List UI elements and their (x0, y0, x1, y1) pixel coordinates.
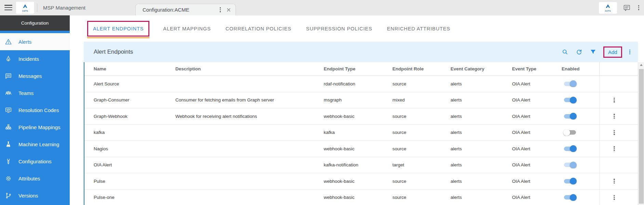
enabled-toggle[interactable] (564, 178, 576, 184)
sidebar-item-resolution-codes[interactable]: Resolution Codes (0, 101, 70, 119)
toolbar-more-options-icon[interactable] (629, 49, 631, 55)
cell-event-category: alerts (451, 195, 512, 200)
vertical-scrollbar[interactable] (638, 62, 644, 205)
main-tab-suppression-policies[interactable]: SUPPRESSION POLICIES (305, 21, 373, 37)
more-options-icon[interactable] (637, 4, 641, 12)
table-body: Alert Source rdaf-notification source al… (84, 76, 638, 205)
cell-endpoint-role: source (392, 179, 451, 184)
column-header-event-type: Event Type (512, 66, 562, 71)
resolution-codes-icon (5, 107, 12, 114)
enabled-toggle[interactable] (564, 97, 576, 104)
incidents-icon (5, 55, 12, 63)
cell-name: Pulse (94, 179, 175, 184)
cell-actions (599, 108, 638, 124)
cell-actions (599, 125, 638, 141)
sidebar-item-attributes[interactable]: Attributes (0, 170, 70, 187)
column-header-actions (599, 62, 638, 76)
sidebar-item-label: Configurations (18, 159, 52, 164)
cell-actions (599, 92, 638, 108)
tab-configuration-acme[interactable]: Configuration:ACME (135, 4, 236, 15)
table-row-oia-alert: OIA Alert kafka-notification target aler… (84, 157, 638, 174)
main-tab-enriched-attributes[interactable]: ENRICHED ATTRIBUTES (386, 21, 451, 37)
cell-enabled (562, 194, 599, 201)
sidebar-item-machine-learning[interactable]: Machine Learning (0, 136, 70, 153)
cell-endpoint-role: target (392, 162, 451, 167)
cell-actions (599, 141, 638, 157)
tab-close-icon[interactable] (226, 7, 231, 13)
row-menu-icon[interactable] (613, 129, 616, 136)
topbar-divider (37, 3, 37, 12)
table-toolbar: Alert Endpoints Add (84, 42, 638, 62)
column-header-endpoint-role: Endpoint Role (392, 66, 451, 71)
tab-menu-icon[interactable] (220, 7, 221, 12)
sidebar-item-pipeline-mappings[interactable]: Pipeline Mappings (0, 119, 70, 136)
aots-home-button[interactable]: AOTS (599, 2, 617, 14)
main-content: ALERT ENDPOINTS ALERT MAPPINGS CORRELATI… (70, 15, 644, 205)
cell-name: Graph-Webhook (94, 114, 175, 119)
row-menu-icon[interactable] (613, 97, 616, 104)
sidebar-item-alerts[interactable]: Alerts (0, 33, 70, 50)
alerts-icon (5, 38, 12, 45)
sidebar-item-versions[interactable]: Versions (0, 187, 70, 204)
enabled-toggle[interactable] (564, 80, 576, 87)
cell-name: Nagios (94, 146, 175, 151)
chat-icon[interactable] (623, 4, 631, 12)
cell-endpoint-type: msgraph (324, 97, 392, 102)
sidebar-item-label: Messages (18, 73, 42, 79)
table-row-graph-webhook: Graph-Webhook Webhook for receiving aler… (84, 108, 638, 125)
sidebar-item-messages[interactable]: Messages (0, 67, 70, 84)
teams-icon (5, 90, 12, 97)
refresh-icon[interactable] (575, 48, 583, 56)
sidebar-header: Configuration (0, 15, 70, 31)
cell-name: OIA Alert (94, 162, 175, 167)
cell-enabled (562, 80, 599, 87)
scroll-up-arrow-icon[interactable] (640, 64, 643, 66)
main-tab-label: SUPPRESSION POLICIES (306, 26, 372, 31)
column-header-endpoint-type: Endpoint Type (324, 66, 392, 71)
add-button[interactable]: Add (603, 46, 622, 58)
cell-endpoint-role: source (392, 195, 451, 200)
aots-logo-icon (605, 4, 611, 10)
enabled-toggle[interactable] (564, 113, 576, 120)
tab-msp-management[interactable]: MSP Management (43, 0, 85, 15)
enabled-toggle[interactable] (564, 145, 576, 152)
messages-icon (5, 72, 12, 80)
sidebar-item-label: Teams (18, 90, 33, 96)
cell-description: Consumer for fetching emails from Graph … (175, 97, 324, 102)
cell-name: Pulse-one (94, 195, 175, 200)
row-menu-icon[interactable] (613, 145, 616, 152)
column-header-event-category: Event Category (451, 66, 512, 71)
attributes-icon (5, 175, 12, 182)
cell-endpoint-role: source (392, 114, 451, 119)
row-menu-icon[interactable] (613, 194, 616, 201)
row-menu-icon[interactable] (613, 178, 616, 184)
configuration-tabs: ALERT ENDPOINTS ALERT MAPPINGS CORRELATI… (70, 15, 644, 42)
scrollbar-thumb[interactable] (639, 69, 644, 204)
search-icon[interactable] (561, 48, 569, 56)
cell-event-category: alerts (451, 97, 512, 102)
table-row-pulse-one: Pulse-one webhook-basic source alerts OI… (84, 190, 638, 205)
column-header-name: Name (94, 66, 175, 71)
table-row-pulse: Pulse webhook-basic source alerts OIA Al… (84, 173, 638, 190)
row-menu-icon[interactable] (613, 113, 616, 120)
sidebar-item-configurations[interactable]: Configurations (0, 153, 70, 170)
sidebar-item-teams[interactable]: Teams (0, 84, 70, 101)
sidebar-item-incidents[interactable]: Incidents (0, 50, 70, 67)
menu-icon[interactable] (4, 5, 12, 12)
pipeline-mappings-icon (5, 124, 12, 131)
cell-enabled (562, 113, 599, 120)
main-tab-alert-endpoints[interactable]: ALERT ENDPOINTS (87, 21, 149, 37)
cell-event-category: alerts (451, 130, 512, 135)
table-row-graph-consumer: Graph-Consumer Consumer for fetching ema… (84, 92, 638, 109)
main-tab-label: CORRELATION POLICIES (226, 26, 292, 31)
enabled-toggle[interactable] (564, 194, 576, 201)
enabled-toggle[interactable] (564, 162, 576, 168)
filter-icon[interactable] (589, 48, 597, 56)
enabled-toggle[interactable] (564, 129, 576, 136)
main-tab-alert-mappings[interactable]: ALERT MAPPINGS (162, 21, 212, 37)
table-row-alert-source: Alert Source rdaf-notification source al… (84, 76, 638, 92)
app-logo[interactable]: AOTS (16, 2, 34, 14)
cell-event-type: OIA Alert (512, 130, 562, 135)
column-header-description: Description (175, 66, 324, 71)
main-tab-correlation-policies[interactable]: CORRELATION POLICIES (225, 21, 293, 37)
